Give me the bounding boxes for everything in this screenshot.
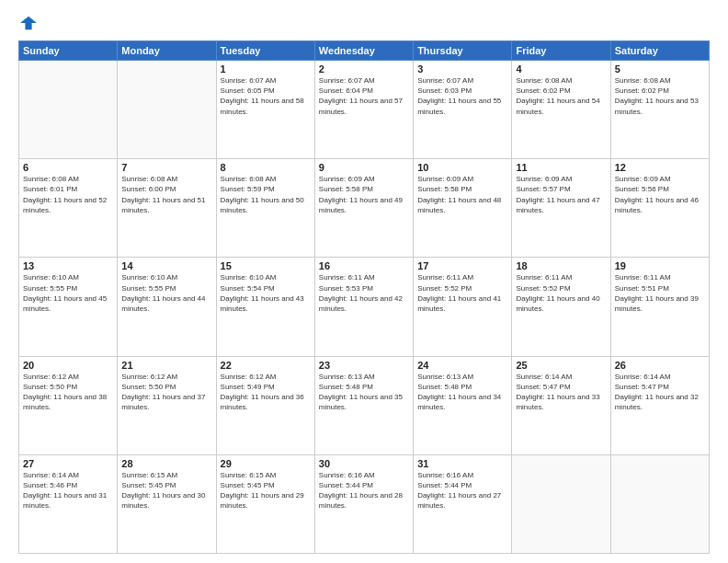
calendar-cell: 25Sunrise: 6:14 AM Sunset: 5:47 PM Dayli…: [512, 356, 610, 454]
day-number: 27: [23, 458, 113, 469]
day-info: Sunrise: 6:11 AM Sunset: 5:53 PM Dayligh…: [319, 272, 409, 314]
calendar-table: SundayMondayTuesdayWednesdayThursdayFrid…: [18, 40, 710, 554]
day-info: Sunrise: 6:10 AM Sunset: 5:54 PM Dayligh…: [221, 272, 311, 314]
day-info: Sunrise: 6:09 AM Sunset: 5:56 PM Dayligh…: [615, 174, 705, 215]
calendar-week-1: 1Sunrise: 6:07 AM Sunset: 6:05 PM Daylig…: [19, 61, 710, 159]
day-info: Sunrise: 6:09 AM Sunset: 5:58 PM Dayligh…: [319, 174, 409, 215]
page: SundayMondayTuesdayWednesdayThursdayFrid…: [0, 0, 728, 563]
calendar-cell: 19Sunrise: 6:11 AM Sunset: 5:51 PM Dayli…: [610, 258, 709, 356]
calendar-cell: 20Sunrise: 6:12 AM Sunset: 5:50 PM Dayli…: [19, 356, 118, 454]
day-info: Sunrise: 6:12 AM Sunset: 5:49 PM Dayligh…: [221, 372, 311, 413]
day-number: 12: [615, 162, 705, 173]
calendar-cell: 30Sunrise: 6:16 AM Sunset: 5:44 PM Dayli…: [314, 454, 413, 553]
day-info: Sunrise: 6:16 AM Sunset: 5:44 PM Dayligh…: [417, 470, 507, 511]
calendar-dow-saturday: Saturday: [610, 41, 709, 61]
day-number: 21: [121, 360, 211, 371]
calendar-cell: [512, 454, 610, 553]
day-info: Sunrise: 6:10 AM Sunset: 5:55 PM Dayligh…: [23, 272, 113, 314]
day-number: 16: [319, 260, 409, 271]
day-number: 11: [516, 162, 606, 173]
calendar-dow-sunday: Sunday: [19, 41, 118, 61]
calendar-cell: 12Sunrise: 6:09 AM Sunset: 5:56 PM Dayli…: [610, 159, 709, 258]
calendar-cell: 10Sunrise: 6:09 AM Sunset: 5:58 PM Dayli…: [414, 159, 512, 258]
day-info: Sunrise: 6:09 AM Sunset: 5:57 PM Dayligh…: [516, 174, 606, 215]
day-number: 8: [221, 162, 311, 173]
day-info: Sunrise: 6:07 AM Sunset: 6:03 PM Dayligh…: [417, 75, 507, 117]
day-number: 1: [221, 63, 311, 75]
day-info: Sunrise: 6:08 AM Sunset: 6:02 PM Dayligh…: [615, 75, 705, 117]
calendar-cell: 27Sunrise: 6:14 AM Sunset: 5:46 PM Dayli…: [19, 454, 118, 553]
day-info: Sunrise: 6:09 AM Sunset: 5:58 PM Dayligh…: [417, 174, 507, 215]
day-number: 23: [319, 360, 409, 371]
calendar-dow-wednesday: Wednesday: [314, 41, 413, 61]
day-info: Sunrise: 6:11 AM Sunset: 5:52 PM Dayligh…: [417, 272, 507, 314]
logo: [18, 15, 37, 33]
day-number: 13: [23, 260, 113, 271]
day-number: 29: [221, 458, 311, 469]
day-number: 5: [615, 63, 705, 75]
calendar-week-5: 27Sunrise: 6:14 AM Sunset: 5:46 PM Dayli…: [19, 454, 710, 553]
day-number: 28: [121, 458, 211, 469]
day-number: 19: [615, 260, 705, 271]
day-info: Sunrise: 6:11 AM Sunset: 5:52 PM Dayligh…: [516, 272, 606, 314]
calendar-cell: 28Sunrise: 6:15 AM Sunset: 5:45 PM Dayli…: [118, 454, 216, 553]
header: [18, 15, 710, 33]
calendar-cell: 24Sunrise: 6:13 AM Sunset: 5:48 PM Dayli…: [414, 356, 512, 454]
calendar-cell: [118, 61, 216, 159]
day-info: Sunrise: 6:07 AM Sunset: 6:04 PM Dayligh…: [319, 75, 409, 117]
calendar-cell: 1Sunrise: 6:07 AM Sunset: 6:05 PM Daylig…: [216, 61, 314, 159]
calendar-cell: 8Sunrise: 6:08 AM Sunset: 5:59 PM Daylig…: [216, 159, 314, 258]
day-number: 26: [615, 360, 705, 371]
calendar-cell: 29Sunrise: 6:15 AM Sunset: 5:45 PM Dayli…: [216, 454, 314, 553]
day-number: 25: [516, 360, 606, 371]
day-info: Sunrise: 6:13 AM Sunset: 5:48 PM Dayligh…: [319, 372, 409, 413]
calendar-cell: 21Sunrise: 6:12 AM Sunset: 5:50 PM Dayli…: [118, 356, 216, 454]
day-info: Sunrise: 6:16 AM Sunset: 5:44 PM Dayligh…: [319, 470, 409, 511]
calendar-cell: 26Sunrise: 6:14 AM Sunset: 5:47 PM Dayli…: [610, 356, 709, 454]
calendar-cell: 18Sunrise: 6:11 AM Sunset: 5:52 PM Dayli…: [512, 258, 610, 356]
day-number: 20: [23, 360, 113, 371]
day-number: 3: [417, 63, 507, 75]
calendar-cell: 23Sunrise: 6:13 AM Sunset: 5:48 PM Dayli…: [314, 356, 413, 454]
calendar-cell: [19, 61, 118, 159]
day-number: 4: [516, 63, 606, 75]
day-info: Sunrise: 6:14 AM Sunset: 5:47 PM Dayligh…: [516, 372, 606, 413]
logo-bird-icon: [20, 15, 37, 31]
day-info: Sunrise: 6:10 AM Sunset: 5:55 PM Dayligh…: [121, 272, 211, 314]
calendar-cell: 5Sunrise: 6:08 AM Sunset: 6:02 PM Daylig…: [610, 61, 709, 159]
day-number: 18: [516, 260, 606, 271]
calendar-cell: 4Sunrise: 6:08 AM Sunset: 6:02 PM Daylig…: [512, 61, 610, 159]
day-info: Sunrise: 6:08 AM Sunset: 5:59 PM Dayligh…: [221, 174, 311, 215]
day-info: Sunrise: 6:08 AM Sunset: 6:01 PM Dayligh…: [23, 174, 113, 215]
calendar-cell: 3Sunrise: 6:07 AM Sunset: 6:03 PM Daylig…: [414, 61, 512, 159]
day-number: 9: [319, 162, 409, 173]
calendar-cell: 2Sunrise: 6:07 AM Sunset: 6:04 PM Daylig…: [314, 61, 413, 159]
day-number: 24: [417, 360, 507, 371]
calendar-week-3: 13Sunrise: 6:10 AM Sunset: 5:55 PM Dayli…: [19, 258, 710, 356]
calendar-cell: 16Sunrise: 6:11 AM Sunset: 5:53 PM Dayli…: [314, 258, 413, 356]
calendar-cell: 7Sunrise: 6:08 AM Sunset: 6:00 PM Daylig…: [118, 159, 216, 258]
calendar-dow-tuesday: Tuesday: [216, 41, 314, 61]
calendar-cell: 14Sunrise: 6:10 AM Sunset: 5:55 PM Dayli…: [118, 258, 216, 356]
calendar-cell: 13Sunrise: 6:10 AM Sunset: 5:55 PM Dayli…: [19, 258, 118, 356]
calendar-dow-friday: Friday: [512, 41, 610, 61]
day-info: Sunrise: 6:15 AM Sunset: 5:45 PM Dayligh…: [121, 470, 211, 511]
calendar-cell: 9Sunrise: 6:09 AM Sunset: 5:58 PM Daylig…: [314, 159, 413, 258]
calendar-cell: 11Sunrise: 6:09 AM Sunset: 5:57 PM Dayli…: [512, 159, 610, 258]
day-info: Sunrise: 6:12 AM Sunset: 5:50 PM Dayligh…: [23, 372, 113, 413]
day-info: Sunrise: 6:12 AM Sunset: 5:50 PM Dayligh…: [121, 372, 211, 413]
calendar-cell: 31Sunrise: 6:16 AM Sunset: 5:44 PM Dayli…: [414, 454, 512, 553]
day-number: 30: [319, 458, 409, 469]
calendar-dow-thursday: Thursday: [414, 41, 512, 61]
day-info: Sunrise: 6:13 AM Sunset: 5:48 PM Dayligh…: [417, 372, 507, 413]
day-info: Sunrise: 6:11 AM Sunset: 5:51 PM Dayligh…: [615, 272, 705, 314]
day-number: 15: [221, 260, 311, 271]
calendar-week-2: 6Sunrise: 6:08 AM Sunset: 6:01 PM Daylig…: [19, 159, 710, 258]
calendar-cell: [610, 454, 709, 553]
calendar-cell: 15Sunrise: 6:10 AM Sunset: 5:54 PM Dayli…: [216, 258, 314, 356]
day-number: 7: [121, 162, 211, 173]
day-number: 10: [417, 162, 507, 173]
day-info: Sunrise: 6:14 AM Sunset: 5:47 PM Dayligh…: [615, 372, 705, 413]
calendar-cell: 6Sunrise: 6:08 AM Sunset: 6:01 PM Daylig…: [19, 159, 118, 258]
calendar-cell: 17Sunrise: 6:11 AM Sunset: 5:52 PM Dayli…: [414, 258, 512, 356]
